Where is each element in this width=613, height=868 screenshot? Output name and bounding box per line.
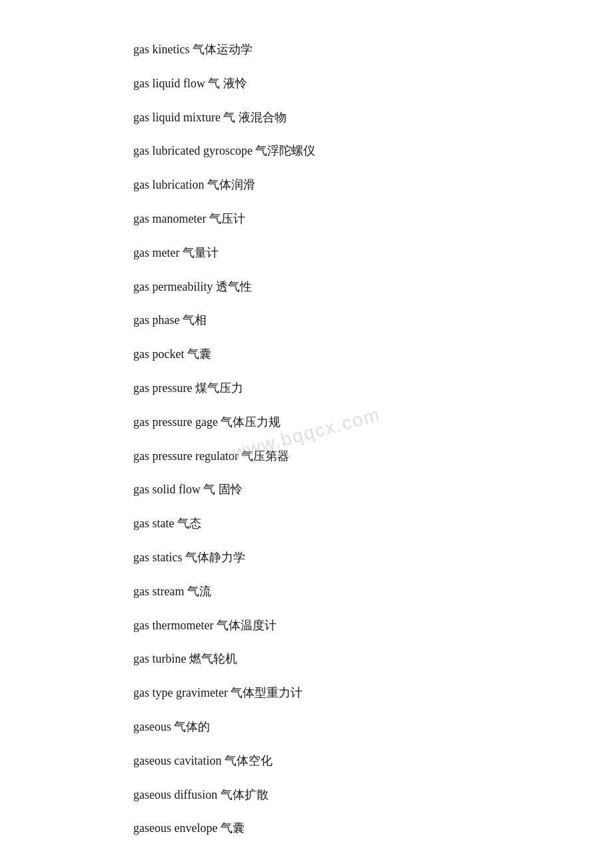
list-item: gas stream 气流 — [133, 582, 560, 601]
entry-text: gas liquid flow 气 液怜 — [133, 77, 247, 90]
entries-list: gas kinetics 气体运动学gas liquid flow 气 液怜ga… — [133, 40, 560, 838]
list-item: gaseous diffusion 气体扩散 — [133, 785, 560, 805]
entry-text: gas pressure gage 气体压力规 — [133, 415, 281, 429]
list-item: gas thermometer 气体温度计 — [133, 616, 560, 635]
entry-text: gas lubricated gyroscope 气浮陀螺仪 — [133, 144, 315, 157]
list-item: gas statics 气体静力学 — [133, 548, 560, 567]
list-item: gas liquid mixture 气 液混合物 — [133, 108, 560, 127]
entry-text: gas pressure 煤气压力 — [133, 381, 243, 395]
entry-text: gas liquid mixture 气 液混合物 — [133, 111, 287, 124]
list-item: gaseous 气体的 — [133, 717, 560, 737]
entry-text: gas lubrication 气体润滑 — [133, 178, 255, 191]
list-item: gas phase 气相 — [133, 311, 560, 330]
entry-text: gas pressure regulator 气压第器 — [133, 449, 289, 463]
list-item: gas state 气态 — [133, 514, 560, 533]
entry-text: gas stream 气流 — [133, 585, 211, 598]
list-item: gas pressure 煤气压力 — [133, 379, 560, 398]
list-item: gas manometer 气压计 — [133, 209, 560, 229]
list-item: gas lubricated gyroscope 气浮陀螺仪 — [133, 141, 560, 161]
entry-text: gas phase 气相 — [133, 313, 207, 327]
entry-text: gas solid flow 气 固怜 — [133, 483, 243, 496]
list-item: gas kinetics 气体运动学 — [133, 40, 560, 59]
entry-text: gas thermometer 气体温度计 — [133, 619, 277, 632]
list-item: gas turbine 燃气轮机 — [133, 649, 560, 669]
entry-text: gas turbine 燃气轮机 — [133, 652, 237, 665]
entry-text: gas meter 气量计 — [133, 246, 219, 259]
entry-text: gaseous envelope 气囊 — [133, 821, 245, 835]
list-item: gas type gravimeter 气体型重力计 — [133, 683, 560, 703]
entry-text: gas state 气态 — [133, 517, 201, 530]
list-item: gas solid flow 气 固怜 — [133, 480, 560, 499]
entry-text: gaseous diffusion 气体扩散 — [133, 788, 269, 801]
entry-text: gas statics 气体静力学 — [133, 551, 245, 564]
list-item: gaseous envelope 气囊 — [133, 819, 560, 838]
list-item: gas pocket 气囊 — [133, 345, 560, 364]
entry-text: gas kinetics 气体运动学 — [133, 43, 253, 56]
list-item: gas pressure gage 气体压力规 — [133, 413, 560, 432]
entry-text: gas pocket 气囊 — [133, 347, 211, 361]
page-container: www.bqqcx.com gas kinetics 气体运动学gas liqu… — [0, 0, 613, 868]
entry-text: gas type gravimeter 气体型重力计 — [133, 686, 303, 699]
list-item: gas permeability 透气性 — [133, 277, 560, 297]
entry-text: gaseous cavitation 气体空化 — [133, 754, 273, 767]
entry-text: gas permeability 透气性 — [133, 280, 252, 293]
list-item: gas lubrication 气体润滑 — [133, 175, 560, 195]
entry-text: gaseous 气体的 — [133, 720, 211, 733]
entry-text: gas manometer 气压计 — [133, 212, 245, 225]
list-item: gas liquid flow 气 液怜 — [133, 74, 560, 93]
list-item: gas meter 气量计 — [133, 243, 560, 263]
list-item: gas pressure regulator 气压第器 — [133, 447, 560, 466]
list-item: gaseous cavitation 气体空化 — [133, 751, 560, 771]
